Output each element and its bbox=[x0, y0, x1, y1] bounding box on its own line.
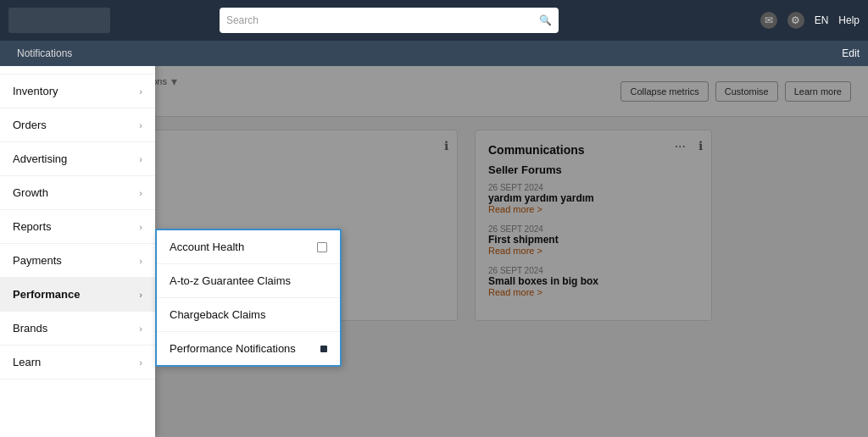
performance-notifications-indicator bbox=[320, 346, 327, 352]
header-right: ✉ ⚙ EN Help bbox=[760, 12, 860, 29]
submenu-item-atoz[interactable]: A-to-z Guarantee Claims bbox=[157, 264, 340, 298]
chevron-right-icon: › bbox=[139, 256, 142, 266]
account-health-indicator bbox=[317, 242, 327, 252]
chevron-right-icon: › bbox=[139, 188, 142, 198]
sidebar-item-orders[interactable]: Orders › bbox=[0, 108, 155, 142]
submenu-item-account-health[interactable]: Account Health bbox=[157, 230, 340, 264]
sidebar-item-reports[interactable]: Reports › bbox=[0, 210, 155, 244]
search-box[interactable]: Search 🔍 bbox=[220, 8, 559, 33]
search-placeholder: Search bbox=[226, 14, 259, 26]
sidebar-item-inventory[interactable]: Inventory › bbox=[0, 75, 155, 108]
chevron-right-icon: › bbox=[139, 324, 142, 334]
sidebar-item-performance[interactable]: Performance › bbox=[0, 278, 155, 312]
header: Search 🔍 ✉ ⚙ EN Help bbox=[0, 0, 868, 41]
sidebar-item-payments[interactable]: Payments › bbox=[0, 244, 155, 278]
chevron-right-icon: › bbox=[139, 120, 142, 130]
chevron-right-icon: › bbox=[139, 86, 142, 97]
notifications-nav-item[interactable]: Notifications bbox=[8, 41, 81, 66]
sidebar-item-brands[interactable]: Brands › bbox=[0, 312, 155, 346]
chevron-right-icon: › bbox=[139, 154, 142, 164]
chevron-right-icon: › bbox=[139, 290, 142, 300]
language-selector[interactable]: EN bbox=[815, 14, 829, 26]
edit-button[interactable]: Edit bbox=[842, 47, 860, 59]
sidebar-item-growth[interactable]: Growth › bbox=[0, 176, 155, 210]
search-icon[interactable]: 🔍 bbox=[539, 14, 552, 26]
chevron-right-icon: › bbox=[139, 222, 142, 232]
gear-icon[interactable]: ⚙ bbox=[787, 12, 804, 29]
submenu-item-performance-notifications[interactable]: Performance Notifications bbox=[157, 332, 340, 365]
sidebar-item-advertising[interactable]: Advertising › bbox=[0, 142, 155, 176]
submenu-item-chargeback[interactable]: Chargeback Claims bbox=[157, 298, 340, 332]
header-logo bbox=[8, 8, 110, 33]
sidebar-item-learn[interactable]: Learn › bbox=[0, 346, 155, 379]
mail-icon[interactable]: ✉ bbox=[760, 12, 777, 29]
chevron-right-icon: › bbox=[139, 357, 142, 368]
performance-submenu: Account Health A-to-z Guarantee Claims C… bbox=[155, 229, 342, 367]
navbar: Notifications Edit bbox=[0, 41, 868, 66]
help-link[interactable]: Help bbox=[838, 14, 860, 26]
